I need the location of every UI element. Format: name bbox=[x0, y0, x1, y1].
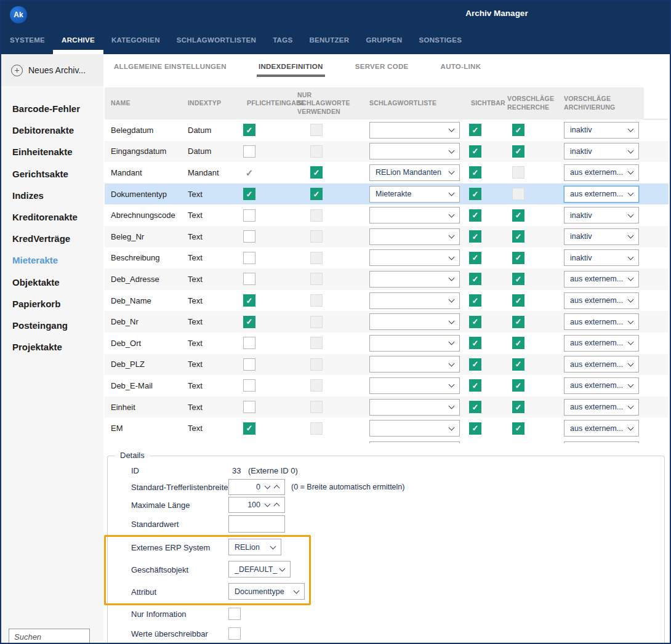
table-row-dokumententyp[interactable]: DokumententypText✓✓Mieterakte✓aus extern… bbox=[105, 183, 669, 205]
erp-system-dropdown[interactable]: RELion bbox=[228, 539, 281, 555]
sidebar-item-posteingang[interactable]: Posteingang bbox=[1, 315, 103, 336]
vorschlaege-archivierung-dropdown[interactable]: aus externem... bbox=[564, 271, 639, 288]
pflichteingabe-checkbox[interactable]: ✓ bbox=[243, 422, 255, 435]
chevron-up-icon[interactable] bbox=[274, 503, 280, 509]
sichtbar-checkbox[interactable]: ✓ bbox=[469, 124, 481, 136]
pflichteingabe-checkbox[interactable] bbox=[243, 145, 255, 158]
sichtbar-checkbox[interactable]: ✓ bbox=[469, 273, 481, 285]
vorschlaege-archivierung-dropdown[interactable]: inaktiv bbox=[564, 122, 639, 139]
sichtbar-checkbox[interactable]: ✓ bbox=[469, 337, 481, 349]
schlagwortliste-dropdown[interactable] bbox=[369, 228, 460, 245]
pflichteingabe-checkbox[interactable]: ✓ bbox=[243, 166, 255, 179]
schlagwortliste-dropdown[interactable] bbox=[369, 377, 460, 394]
schlagwortliste-dropdown[interactable] bbox=[369, 249, 460, 266]
vorschlaege-archivierung-dropdown[interactable]: aus externem... bbox=[564, 399, 639, 416]
vorschlaege-recherche-checkbox[interactable]: ✓ bbox=[512, 230, 524, 243]
table-row-deb-nr[interactable]: Deb_NrText✓✓✓aus externem... bbox=[105, 311, 669, 332]
vorschlaege-archivierung-dropdown[interactable]: aus externem... bbox=[564, 377, 639, 394]
nur-schlagworte-checkbox[interactable]: ✓ bbox=[310, 188, 323, 200]
vorschlaege-archivierung-dropdown[interactable]: inaktiv bbox=[564, 207, 639, 223]
sidebar-item-einheitenakte[interactable]: Einheitenakte bbox=[1, 141, 103, 163]
vorschlaege-recherche-checkbox[interactable]: ✓ bbox=[512, 422, 524, 435]
vorschlaege-recherche-checkbox[interactable] bbox=[512, 166, 524, 179]
schlagwortliste-dropdown[interactable]: RELion Mandanten bbox=[369, 164, 460, 181]
sidebar-item-kreditorenakte[interactable]: Kreditorenakte bbox=[1, 206, 103, 228]
werte-ueberschreibbar-checkbox[interactable] bbox=[228, 627, 241, 640]
vorschlaege-recherche-checkbox[interactable]: ✓ bbox=[512, 379, 524, 392]
vorschlaege-archivierung-dropdown[interactable]: aus externem... bbox=[564, 164, 639, 181]
sidebar-item-barcode-fehler[interactable]: Barcode-Fehler bbox=[1, 98, 103, 119]
table-row-mandant[interactable]: MandantMandant✓✓RELion Mandanten✓aus ext… bbox=[105, 162, 669, 183]
nur-schlagworte-checkbox[interactable] bbox=[310, 379, 323, 392]
schlagwortliste-dropdown[interactable] bbox=[369, 271, 460, 288]
sichtbar-checkbox[interactable]: ✓ bbox=[469, 294, 481, 307]
schlagwortliste-dropdown[interactable] bbox=[369, 207, 460, 223]
nur-schlagworte-checkbox[interactable] bbox=[310, 209, 323, 222]
sichtbar-checkbox[interactable]: ✓ bbox=[469, 401, 481, 413]
vorschlaege-recherche-checkbox[interactable]: ✓ bbox=[512, 401, 524, 413]
schlagwortliste-dropdown[interactable] bbox=[369, 292, 460, 309]
schlagwortliste-dropdown[interactable] bbox=[369, 399, 460, 416]
maximale-laenge-stepper[interactable]: 100 bbox=[228, 497, 285, 513]
table-row-deb-ort[interactable]: Deb_OrtText✓✓aus externem... bbox=[105, 332, 669, 354]
vorschlaege-recherche-checkbox[interactable]: ✓ bbox=[512, 145, 524, 158]
schlagwortliste-dropdown[interactable] bbox=[369, 335, 460, 352]
sichtbar-checkbox[interactable]: ✓ bbox=[469, 209, 481, 222]
nur-schlagworte-checkbox[interactable] bbox=[310, 145, 323, 158]
pflichteingabe-checkbox[interactable] bbox=[243, 358, 255, 371]
pflichteingabe-checkbox[interactable] bbox=[243, 273, 255, 285]
sichtbar-checkbox[interactable]: ✓ bbox=[469, 230, 481, 243]
nav-tab-systeme[interactable]: SYSTEME bbox=[10, 36, 45, 54]
pflichteingabe-checkbox[interactable] bbox=[243, 252, 255, 264]
sichtbar-checkbox[interactable]: ✓ bbox=[469, 252, 481, 264]
pflichteingabe-checkbox[interactable] bbox=[243, 401, 255, 413]
attribut-dropdown[interactable]: Documenttype bbox=[228, 583, 305, 600]
vorschlaege-archivierung-dropdown[interactable]: aus externem... bbox=[564, 292, 639, 309]
pflichteingabe-checkbox[interactable] bbox=[243, 230, 255, 243]
pflichteingabe-checkbox[interactable] bbox=[243, 379, 255, 392]
sichtbar-checkbox[interactable]: ✓ bbox=[469, 379, 481, 392]
table-row-em[interactable]: EMText✓✓✓aus externem... bbox=[105, 417, 669, 439]
table-row-einheit[interactable]: EinheitText✓✓aus externem... bbox=[105, 396, 669, 418]
sichtbar-checkbox[interactable]: ✓ bbox=[469, 166, 481, 179]
table-row-eingangsdatum[interactable]: EingangsdatumDatum✓✓inaktiv bbox=[105, 141, 669, 163]
nav-tab-archive[interactable]: ARCHIVE bbox=[62, 36, 95, 54]
nur-schlagworte-checkbox[interactable] bbox=[310, 422, 323, 435]
tab-allgemeine-einstellungen[interactable]: ALLGEMEINE EINSTELLUNGEN bbox=[112, 63, 228, 76]
sidebar-item-mieterakte[interactable]: Mieterakte bbox=[1, 249, 103, 271]
schlagwortliste-dropdown[interactable] bbox=[369, 420, 460, 437]
vorschlaege-recherche-checkbox[interactable]: ✓ bbox=[512, 294, 524, 307]
pflichteingabe-checkbox[interactable] bbox=[243, 337, 255, 349]
sidebar-item-kredverträge[interactable]: KredVerträge bbox=[1, 228, 103, 249]
vorschlaege-recherche-checkbox[interactable]: ✓ bbox=[512, 273, 524, 285]
vorschlaege-recherche-checkbox[interactable]: ✓ bbox=[512, 124, 524, 136]
search-input[interactable] bbox=[9, 629, 90, 644]
geschaeftsobjekt-dropdown[interactable]: _DEFAULT_ bbox=[228, 561, 291, 578]
vorschlaege-archivierung-dropdown[interactable]: inaktiv bbox=[564, 143, 639, 159]
nur-schlagworte-checkbox[interactable] bbox=[310, 273, 323, 285]
sidebar-item-gerichtsakte[interactable]: Gerichtsakte bbox=[1, 163, 103, 185]
vorschlaege-archivierung-dropdown[interactable]: aus externem... bbox=[564, 356, 639, 372]
vorschlaege-recherche-checkbox[interactable]: ✓ bbox=[512, 209, 524, 222]
standardwert-input[interactable] bbox=[228, 515, 285, 533]
sichtbar-checkbox[interactable]: ✓ bbox=[469, 188, 481, 200]
sidebar-item-papierkorb[interactable]: Papierkorb bbox=[1, 293, 103, 315]
new-archive-button[interactable]: + Neues Archiv... bbox=[1, 54, 103, 86]
vorschlaege-archivierung-dropdown[interactable] bbox=[564, 441, 639, 443]
nur-schlagworte-checkbox[interactable] bbox=[310, 401, 323, 413]
vorschlaege-archivierung-dropdown[interactable]: inaktiv bbox=[564, 249, 639, 266]
pflichteingabe-checkbox[interactable] bbox=[243, 209, 255, 222]
chevron-down-icon[interactable] bbox=[265, 483, 271, 489]
nav-tab-benutzer[interactable]: BENUTZER bbox=[309, 36, 349, 54]
nur-schlagworte-checkbox[interactable] bbox=[310, 337, 323, 349]
schlagwortliste-dropdown[interactable]: Mieterakte bbox=[369, 186, 460, 203]
tab-server-code[interactable]: SERVER CODE bbox=[353, 63, 411, 76]
tab-indexdefinition[interactable]: INDEXDEFINITION bbox=[257, 63, 325, 77]
table-row-beleg-nr[interactable]: Beleg_NrText✓✓inaktiv bbox=[105, 226, 669, 248]
nur-schlagworte-checkbox[interactable] bbox=[310, 294, 323, 307]
table-row-abrechnungscode[interactable]: AbrechnungscodeText✓✓inaktiv bbox=[105, 204, 669, 226]
table-row-deb-adresse[interactable]: Deb_AdresseText✓✓aus externem... bbox=[105, 268, 669, 290]
nav-tab-tags[interactable]: TAGS bbox=[273, 36, 292, 54]
sidebar-item-objektakte[interactable]: Objektakte bbox=[1, 272, 103, 293]
sichtbar-checkbox[interactable]: ✓ bbox=[469, 316, 481, 328]
